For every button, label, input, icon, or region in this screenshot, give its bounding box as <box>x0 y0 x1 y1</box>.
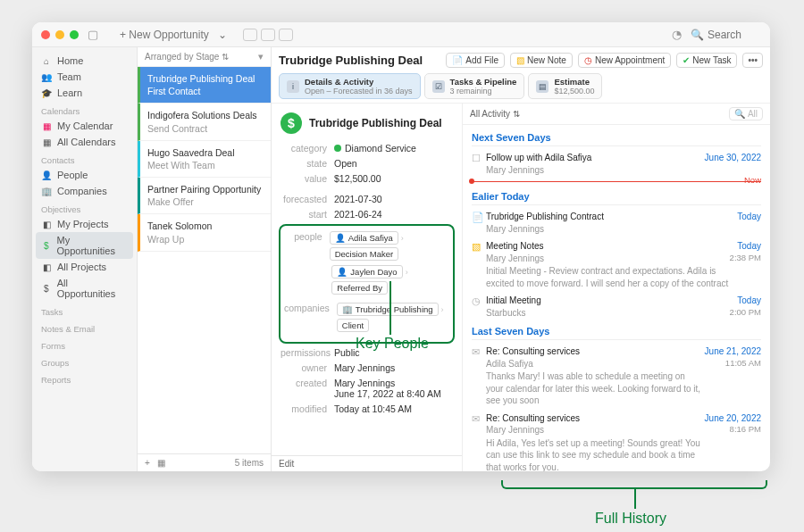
search-icon: 🔍 <box>734 109 745 119</box>
section-last-seven: Last Seven Days <box>472 326 761 337</box>
detail-panel: Trubridge Publishing Deal 📄Add File ▧New… <box>272 47 770 471</box>
sidebar-heading-contacts: Contacts <box>36 150 133 167</box>
sidebar-item-all-calendars[interactable]: ▦All Calendars <box>36 134 133 150</box>
key-people-box: people 👤Adila Safiya›Decision Maker 👤Jay… <box>279 224 455 344</box>
team-icon: 👥 <box>41 71 52 82</box>
list-item[interactable]: Partner Pairing OpportunityMake Offer <box>138 178 271 214</box>
sidebar-heading-calendars: Calendars <box>36 101 133 118</box>
item-count: 5 items <box>235 458 264 468</box>
activity-item[interactable]: ▧ Meeting NotesMary JenningsInitial Meet… <box>472 240 761 289</box>
calendar-icon: ▦ <box>41 121 52 131</box>
new-opportunity-button[interactable]: + New Opportunity <box>120 29 209 41</box>
activity-search[interactable]: 🔍All <box>729 107 763 121</box>
sidebar-item-my-opportunities[interactable]: $My Opportunities <box>36 232 133 259</box>
activity-item[interactable]: 📄 Trubridge Publishing ContractMary Jenn… <box>472 211 761 235</box>
new-appointment-button[interactable]: ◷New Appointment <box>578 53 671 68</box>
sidebar-item-companies[interactable]: 🏢Companies <box>36 183 133 199</box>
note-icon: ▧ <box>472 240 486 289</box>
role-pill[interactable]: Client <box>337 319 369 332</box>
mail-icon: ✉ <box>472 345 486 407</box>
sidebar-item-notes[interactable]: Notes & Email <box>36 319 133 336</box>
window-controls <box>41 30 79 39</box>
project-icon: ◧ <box>41 219 52 229</box>
sidebar-item-groups[interactable]: Groups <box>36 353 133 370</box>
info-icon: i <box>287 80 299 93</box>
learn-icon: 🎓 <box>41 87 52 98</box>
add-icon[interactable]: + ▦ <box>145 458 165 468</box>
new-task-button[interactable]: ✔New Task <box>676 53 737 68</box>
view-grid-icon[interactable] <box>261 29 275 41</box>
more-button[interactable]: ••• <box>742 53 763 68</box>
now-marker: Now <box>472 181 761 182</box>
search-box[interactable]: 🔍 <box>691 29 761 41</box>
role-pill[interactable]: Decision Maker <box>330 247 398 261</box>
zoom-icon[interactable] <box>70 30 79 39</box>
sidebar-toggle-icon[interactable]: ▢ <box>88 28 98 41</box>
sidebar-item-forms[interactable]: Forms <box>36 336 133 353</box>
new-note-button[interactable]: ▧New Note <box>510 53 573 68</box>
checkbox-icon[interactable]: ☐ <box>472 152 486 176</box>
annotation-key-people: Key People <box>356 336 429 352</box>
search-input[interactable] <box>708 29 761 41</box>
arrange-label[interactable]: Arranged by Stage ⇅ <box>145 52 229 62</box>
project-icon: ◧ <box>41 262 52 272</box>
activity-item[interactable]: ☐ Follow up with Adila SafiyaMary Jennin… <box>472 152 761 176</box>
tab-tasks[interactable]: ☑Tasks & Pipeline3 remaining <box>424 73 525 99</box>
dropdown-icon[interactable]: ⌄ <box>218 29 227 41</box>
page-title: Trubridge Publishing Deal <box>279 54 440 67</box>
status-dot-icon <box>334 145 341 152</box>
notifications-icon[interactable]: ◔ <box>672 28 682 41</box>
sidebar-item-my-projects[interactable]: ◧My Projects <box>36 216 133 232</box>
opportunity-icon: $ <box>41 283 52 294</box>
close-icon[interactable] <box>41 30 50 39</box>
sidebar-heading-objectives: Objectives <box>36 199 133 216</box>
annotation-bracket <box>501 480 767 489</box>
view-chart-icon[interactable] <box>279 29 293 41</box>
edit-button[interactable]: Edit <box>272 455 462 471</box>
person-icon: 👤 <box>337 267 348 277</box>
sidebar-item-all-projects[interactable]: ◧All Projects <box>36 259 133 275</box>
person-pill[interactable]: 👤Adila Safiya <box>330 231 398 245</box>
deal-icon: $ <box>281 112 302 134</box>
activity-filter[interactable]: All Activity ⇅ <box>470 109 729 119</box>
home-icon: ⌂ <box>41 55 52 66</box>
filter-icon[interactable]: ▾ <box>258 51 264 62</box>
list-item[interactable]: Indigofera Solutions DealsSend Contract <box>138 104 271 140</box>
person-pill[interactable]: 👤Jaylen Dayo <box>331 265 402 278</box>
tab-details[interactable]: iDetails & ActivityOpen – Forecasted in … <box>279 73 421 99</box>
activity-item[interactable]: ✉ Re: Consulting servicesMary JenningsHi… <box>472 412 761 472</box>
list-item[interactable]: Tanek SolomonWrap Up <box>138 214 271 251</box>
company-pill[interactable]: 🏢Trubridge Publishing <box>337 303 439 316</box>
sidebar-item-learn[interactable]: 🎓Learn <box>36 85 133 101</box>
activity-item[interactable]: ✉ Re: Consulting servicesAdila SafiyaTha… <box>472 345 761 407</box>
check-icon: ✔ <box>683 55 690 65</box>
add-file-button[interactable]: 📄Add File <box>446 53 505 68</box>
deal-title: Trubridge Publishing Deal <box>309 117 442 129</box>
person-icon: 👤 <box>41 170 52 180</box>
section-earlier-today: Ealier Today <box>472 191 761 202</box>
section-next-seven: Next Seven Days <box>472 132 761 143</box>
list-item[interactable]: Trubridge Publishing DealFirst Contact <box>138 67 271 104</box>
search-icon: 🔍 <box>691 29 704 41</box>
building-icon: 🏢 <box>41 186 52 196</box>
view-list-icon[interactable] <box>243 29 257 41</box>
sidebar-item-people[interactable]: 👤People <box>36 167 133 183</box>
tab-estimate[interactable]: ▤Estimate$12,500.00 <box>528 73 602 99</box>
sidebar-item-home[interactable]: ⌂Home <box>36 53 133 69</box>
sidebar-heading-tasks: Tasks <box>36 302 133 319</box>
clock-icon: ◷ <box>472 295 486 319</box>
person-icon: 👤 <box>335 233 346 243</box>
sidebar-item-my-calendar[interactable]: ▦My Calendar <box>36 118 133 134</box>
sidebar: ⌂Home 👥Team 🎓Learn Calendars ▦My Calenda… <box>32 47 138 471</box>
view-switcher <box>243 29 293 41</box>
sidebar-item-all-opportunities[interactable]: $All Opportunities <box>36 275 133 302</box>
sidebar-item-reports[interactable]: Reports <box>36 370 133 387</box>
activity-item[interactable]: ◷ Initial MeetingStarbucks Today2:00 PM <box>472 295 761 319</box>
sidebar-item-team[interactable]: 👥Team <box>36 69 133 85</box>
app-window: ▢ + New Opportunity ⌄ ◔ 🔍 ⌂Home 👥Team 🎓L… <box>32 22 770 471</box>
role-pill[interactable]: Referred By <box>331 281 388 295</box>
checkbox-icon: ☑ <box>432 80 445 93</box>
minimize-icon[interactable] <box>55 30 64 39</box>
annotation-line <box>389 281 391 335</box>
list-item[interactable]: Hugo Saavedra DealMeet With Team <box>138 141 271 178</box>
